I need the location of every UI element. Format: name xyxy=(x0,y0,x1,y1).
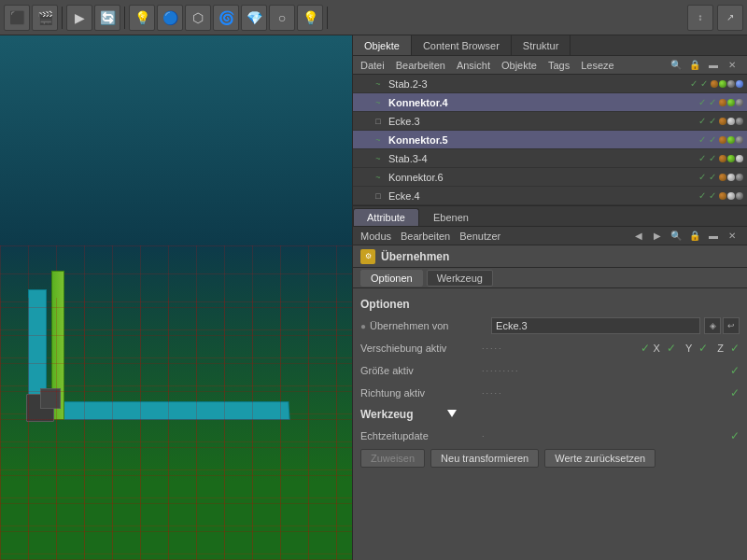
prop-verschiebung: Verschiebung aktiv ····· ✓ X ✓ Y ✓ xyxy=(360,339,740,357)
toolbar-icon-8[interactable]: 🌀 xyxy=(213,5,239,31)
werkzeug-section-title: Werkzeug xyxy=(360,408,740,421)
toolbar-icon-3[interactable]: ▶ xyxy=(66,5,92,31)
obj-row-stab34[interactable]: ~ Stab.3-4 ✓ ✓ xyxy=(353,149,747,168)
obj-row-ecke3[interactable]: □ Ecke.3 ✓ ✓ xyxy=(353,112,747,131)
attr-content: Optionen ● Übernehmen von ◈ ↩ Verschiebu… xyxy=(353,288,747,560)
toolbar-icon-5[interactable]: 💡 xyxy=(129,5,155,31)
obj-icon-ecke4: □ xyxy=(372,189,385,203)
opt-tab-bar: Optionen Werkzeug xyxy=(353,268,747,288)
toolbar-icon-2[interactable]: 🎬 xyxy=(32,5,58,31)
prop-richtung-label: Richtung aktiv xyxy=(360,387,482,399)
menu-datei[interactable]: Datei xyxy=(360,60,385,71)
obj-checks-1: ✓ ✓ xyxy=(690,78,743,89)
obj-name-konnektor6: Konnektor.6 xyxy=(388,172,695,183)
obj-checks-4: ✓ ✓ xyxy=(698,134,743,145)
obj-icon-stab23: ~ xyxy=(372,77,385,91)
opt-tab-werkzeug[interactable]: Werkzeug xyxy=(427,270,493,287)
object-menubar: Datei Bearbeiten Ansicht Objekte Tags Le… xyxy=(353,56,747,75)
opt-tab-optionen[interactable]: Optionen xyxy=(360,270,423,287)
search-icon[interactable]: 🔍 xyxy=(669,58,684,73)
arrow-left-icon[interactable]: ◀ xyxy=(631,229,646,244)
obj-name-stab34: Stab.3-4 xyxy=(388,153,695,164)
top-toolbar: ⬛ 🎬 ▶ 🔄 💡 🔵 ⬡ 🌀 💎 ○ 💡 ↕ ↗ xyxy=(0,0,747,35)
toolbar-icon-7[interactable]: ⬡ xyxy=(185,5,211,31)
prop-bullet: ● xyxy=(360,321,366,331)
toolbar-icon-1[interactable]: ⬛ xyxy=(4,5,30,31)
obj-row-ecke4[interactable]: □ Ecke.4 ✓ ✓ xyxy=(353,187,747,205)
obj-row-konnektor5[interactable]: ~ Konnektor.5 ✓ ✓ xyxy=(353,131,747,149)
object-list: ~ Stab.2-3 ✓ ✓ ~ Konnektor.4 xyxy=(353,75,747,206)
toolbar-icon-nav1[interactable]: ↕ xyxy=(687,5,713,31)
toolbar-icon-6[interactable]: 🔵 xyxy=(157,5,183,31)
obj-name-konnektor4: Konnektor.4 xyxy=(388,97,695,108)
attr-lock-icon[interactable]: 🔒 xyxy=(687,229,702,244)
attr-tab-bar: Attribute Ebenen xyxy=(353,206,747,227)
werkzeug-section: Werkzeug Echtzeitupdate · ✓ Zuweisen Neu… xyxy=(360,408,740,468)
right-panel: Objekte Content Browser Struktur Datei B… xyxy=(353,35,747,560)
btn-werte-zurueck[interactable]: Werte zurücksetzen xyxy=(544,449,655,468)
prop-echtzeit-label: Echtzeitupdate xyxy=(360,430,482,441)
attr-bearbeiten[interactable]: Bearbeiten xyxy=(401,231,450,242)
floor-grid xyxy=(0,298,352,560)
toolbar-sep-1 xyxy=(62,7,63,29)
toolbar-sep-3 xyxy=(327,7,328,29)
tab-ebenen[interactable]: Ebenen xyxy=(419,208,483,226)
obj-icon-stab34: ~ xyxy=(372,152,385,165)
menu-objekte[interactable]: Objekte xyxy=(501,60,537,71)
prop-icon-1[interactable]: ◈ xyxy=(704,317,721,334)
prop-grosse: Größe aktiv ········· ✓ xyxy=(360,361,740,380)
prop-xyz-row: X ✓ Y ✓ Z ✓ xyxy=(654,342,740,355)
tab-attribute[interactable]: Attribute xyxy=(353,208,419,226)
toolbar-icon-9[interactable]: 💎 xyxy=(241,5,267,31)
prop-icon-2[interactable]: ↩ xyxy=(723,317,740,334)
prop-ubernehmen-von-input[interactable] xyxy=(491,317,700,334)
obj-checks-6: ✓ ✓ xyxy=(698,172,743,182)
obj-name-stab23: Stab.2-3 xyxy=(388,78,686,90)
attr-toolbar: Modus Bearbeiten Benutzer ◀ ▶ 🔍 🔒 ▬ ✕ xyxy=(353,227,747,245)
lock-icon[interactable]: 🔒 xyxy=(687,58,702,73)
minimize-icon[interactable]: ▬ xyxy=(706,58,721,73)
obj-name-konnektor5: Konnektor.5 xyxy=(388,134,695,146)
obj-name-ecke3: Ecke.3 xyxy=(388,116,695,127)
prop-echtzeitupdate: Echtzeitupdate · ✓ xyxy=(360,427,740,445)
prop-verschiebung-check: ✓ xyxy=(641,342,650,355)
tab-objekte[interactable]: Objekte xyxy=(353,35,412,55)
toolbar-icon-10[interactable]: ○ xyxy=(269,5,295,31)
obj-row-stab23[interactable]: ~ Stab.2-3 ✓ ✓ xyxy=(353,75,747,93)
btn-row: Zuweisen Neu transformieren Werte zurück… xyxy=(360,449,740,468)
prop-x: X ✓ xyxy=(654,342,676,355)
prop-ubernehmen-von-label: Übernehmen von xyxy=(370,320,491,331)
attr-toolbar-right: ◀ ▶ 🔍 🔒 ▬ ✕ xyxy=(631,229,740,244)
menu-leseze[interactable]: Leseze xyxy=(581,60,613,71)
toolbar-icon-4[interactable]: 🔄 xyxy=(94,5,120,31)
tab-content-browser[interactable]: Content Browser xyxy=(412,35,512,55)
obj-name-ecke4: Ecke.4 xyxy=(388,190,695,202)
btn-neu-transformieren[interactable]: Neu transformieren xyxy=(430,449,539,468)
toolbar-icon-nav2[interactable]: ↗ xyxy=(717,5,743,31)
obj-icon-konnektor5: ~ xyxy=(372,133,385,147)
menu-ansicht[interactable]: Ansicht xyxy=(457,60,490,71)
prop-z: Z ✓ xyxy=(717,342,740,355)
viewport-3d[interactable] xyxy=(0,35,353,560)
prop-richtung-check: ✓ xyxy=(730,386,740,399)
prop-richtung: Richtung aktiv ····· ✓ xyxy=(360,384,740,402)
close-icon-obj[interactable]: ✕ xyxy=(725,58,740,73)
tab-struktur[interactable]: Struktur xyxy=(512,35,571,55)
toolbar-icon-11[interactable]: 💡 xyxy=(297,5,323,31)
attr-benutzer[interactable]: Benutzer xyxy=(459,231,500,242)
obj-checks-2: ✓ ✓ xyxy=(698,97,743,107)
btn-zuweisen[interactable]: Zuweisen xyxy=(360,449,425,468)
obj-checks-7: ✓ ✓ xyxy=(698,190,743,201)
menu-tags[interactable]: Tags xyxy=(548,60,570,71)
attr-search-icon[interactable]: 🔍 xyxy=(669,229,684,244)
obj-icon-konnektor6: ~ xyxy=(372,171,385,184)
attr-min-icon[interactable]: ▬ xyxy=(706,229,721,244)
attr-modus[interactable]: Modus xyxy=(360,231,391,242)
menu-bearbeiten[interactable]: Bearbeiten xyxy=(396,60,445,71)
obj-row-konnektor6[interactable]: ~ Konnektor.6 ✓ ✓ xyxy=(353,168,747,187)
attr-close-icon[interactable]: ✕ xyxy=(725,229,740,244)
arrow-right-icon[interactable]: ▶ xyxy=(650,229,665,244)
obj-row-konnektor4[interactable]: ~ Konnektor.4 ✓ ✓ xyxy=(353,93,747,112)
uebernehmen-bar: ⚙ Übernehmen xyxy=(353,245,747,268)
prop-grosse-check: ✓ xyxy=(730,364,740,377)
